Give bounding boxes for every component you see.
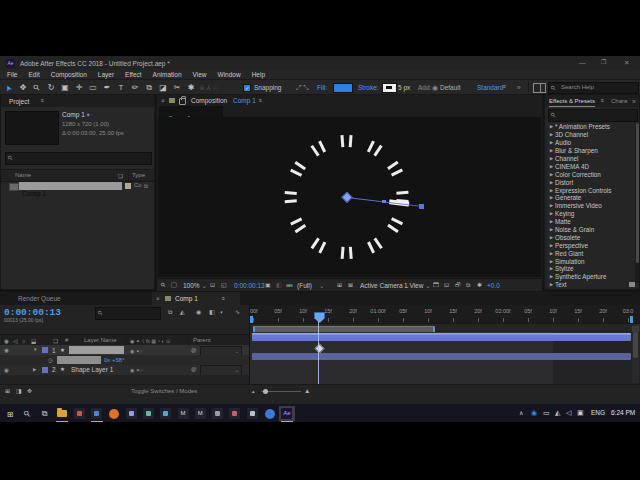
effect-category[interactable]: ▶Blur & Sharpen: [548, 147, 634, 155]
project-comp-name[interactable]: Comp 1 ▾: [62, 111, 90, 119]
fill-swatch[interactable]: [333, 83, 353, 93]
panel-close-icon[interactable]: ×: [161, 97, 165, 105]
text-tool-icon[interactable]: T: [114, 83, 128, 93]
camera-tool-icon[interactable]: ▣: [58, 83, 72, 93]
exposure-value[interactable]: +0.0: [487, 282, 500, 290]
timeline-search-input[interactable]: [106, 308, 157, 317]
add-icon[interactable]: ◉: [432, 84, 438, 91]
project-search-input[interactable]: [16, 153, 148, 162]
pick-whip-icon[interactable]: @: [191, 347, 197, 353]
workspace-bar-icon[interactable]: [533, 83, 546, 93]
effect-category[interactable]: ▶Noise & Grain: [548, 226, 634, 234]
expand-in-out-icon[interactable]: ⊞: [5, 388, 10, 394]
app-icon-snow[interactable]: [244, 406, 260, 421]
effect-category[interactable]: ▶Perspective: [548, 241, 634, 249]
stopwatch-icon[interactable]: ◷: [48, 357, 53, 363]
app-icon-red[interactable]: [71, 406, 87, 421]
app-icon-gray[interactable]: [210, 406, 226, 421]
action-center-icon[interactable]: ▣: [577, 409, 584, 417]
roto-brush-tool-icon[interactable]: ✂: [170, 83, 184, 93]
layer-name-cell[interactable]: Shape Layer 2: [69, 346, 124, 355]
view-end-bracket[interactable]: [630, 316, 633, 323]
disclosure-triangle-icon[interactable]: ▶: [548, 140, 555, 145]
effects-scrollbar-track[interactable]: [635, 123, 639, 283]
effect-category[interactable]: ▶Synthetic Aperture: [548, 273, 634, 281]
clock-time[interactable]: 6:24 PM: [611, 409, 635, 417]
eye-icon[interactable]: ◉: [4, 367, 9, 373]
graph-editor-icon[interactable]: ∿: [235, 309, 240, 315]
effects-scrollbar-thumb[interactable]: [636, 123, 639, 263]
menu-item-help[interactable]: Help: [252, 71, 265, 78]
toggle-switches-button[interactable]: Toggle Switches / Modes: [131, 388, 197, 395]
project-row-comp1[interactable]: Comp 1 Co ⧉: [1, 181, 154, 191]
pixel-aspect-icon[interactable]: 🗖: [433, 282, 439, 288]
effects-search-input[interactable]: [559, 110, 634, 119]
battery-icon[interactable]: ▭: [543, 409, 550, 417]
effect-category[interactable]: ▶Simulation: [548, 257, 634, 265]
target-icon[interactable]: ⊞: [337, 282, 342, 288]
hand-tool-icon[interactable]: ✥: [16, 83, 30, 93]
menu-item-file[interactable]: File: [7, 71, 17, 78]
disclosure-triangle-icon[interactable]: ▶: [548, 282, 555, 287]
pick-whip-icon[interactable]: @: [191, 366, 197, 372]
layer-bar-2[interactable]: [252, 353, 631, 360]
tab-project[interactable]: Project: [9, 98, 29, 106]
camera-dropdown[interactable]: Active Camera ⌄: [360, 282, 410, 290]
pan-behind-tool-icon[interactable]: ✛: [72, 83, 86, 93]
maximize-button[interactable]: ❐: [601, 59, 606, 66]
browser-icon[interactable]: [262, 406, 278, 421]
transparency-grid-icon[interactable]: ◱: [221, 282, 227, 288]
property-name-cell[interactable]: Rotation: [57, 356, 101, 364]
tray-expand-icon[interactable]: ∧: [519, 409, 523, 416]
comp-viewer-canvas[interactable]: [158, 117, 541, 277]
exposure-reset-icon[interactable]: ✱: [477, 282, 482, 288]
menu-item-edit[interactable]: Edit: [28, 71, 39, 78]
resolution-dropdown[interactable]: (Full) ⌄: [297, 282, 325, 290]
disclosure-triangle-icon[interactable]: ▶: [548, 211, 555, 216]
shape-tool-icon[interactable]: ▭: [86, 83, 100, 93]
eye-column-icon[interactable]: ◉: [4, 338, 9, 344]
snapping-checkbox[interactable]: ✓: [243, 84, 251, 92]
help-search-input[interactable]: [559, 83, 636, 91]
app-icon-m2[interactable]: M: [192, 406, 208, 421]
collapse-icon[interactable]: ▶: [33, 367, 36, 372]
column-layer-name[interactable]: Layer Name: [84, 337, 117, 344]
timeline-zoom-slider-knob[interactable]: [263, 389, 268, 394]
effect-category[interactable]: ▶* Animation Presets: [548, 123, 634, 131]
brush-tool-icon[interactable]: ✏: [128, 83, 142, 93]
expand-transfer-icon[interactable]: ✥: [27, 388, 32, 394]
effect-category[interactable]: ▶Immersive Video: [548, 202, 634, 210]
playhead-line[interactable]: [318, 321, 319, 384]
search-icon[interactable]: ⚲: [19, 406, 35, 421]
expand-render-time-icon[interactable]: ◨: [16, 388, 22, 394]
tab-character[interactable]: Chara: [611, 98, 627, 105]
disclosure-triangle-icon[interactable]: ▶: [548, 132, 555, 137]
stroke-label[interactable]: Stroke:: [358, 84, 379, 92]
view-layout-dropdown[interactable]: 1 View ⌄: [404, 282, 431, 290]
layer-switches[interactable]: ◉ ✦ ∕: [130, 367, 142, 373]
flowchart-button-icon[interactable]: ⧉: [466, 282, 470, 288]
lock-column-icon[interactable]: ⬓: [31, 338, 36, 344]
project-panel-menu-icon[interactable]: ≡: [41, 98, 44, 103]
tab-close-icon[interactable]: ×: [156, 295, 160, 303]
tab-effects-presets[interactable]: Effects & Presets: [549, 98, 595, 107]
app-icon-m1[interactable]: M: [175, 406, 191, 421]
disclosure-triangle-icon[interactable]: ▶: [548, 243, 555, 248]
eraser-tool-icon[interactable]: ◪: [156, 83, 170, 93]
shy-icon[interactable]: ◉: [196, 309, 201, 315]
app-icon-pr[interactable]: [123, 406, 139, 421]
puppet-pin-tool-icon[interactable]: ✱: [184, 83, 198, 93]
stroke-swatch[interactable]: [382, 83, 397, 93]
menu-item-window[interactable]: Window: [218, 71, 241, 78]
path-vertex-handle[interactable]: [382, 200, 386, 204]
label-column-icon[interactable]: ❏: [118, 173, 123, 179]
effect-category[interactable]: ▶Generate: [548, 194, 634, 202]
tab-render-queue[interactable]: Render Queue: [18, 295, 61, 303]
comp-panel-active-name[interactable]: Comp 1: [233, 97, 256, 105]
magnify-icon[interactable]: ⚲: [160, 281, 167, 288]
app-icon-blue2[interactable]: [158, 406, 174, 421]
layer-row-2[interactable]: ◉ ▶ 2 ★ Shape Layer 1 ◉ ✦ ∕ @ None ⌄: [0, 365, 249, 375]
project-row-label-swatch[interactable]: [125, 183, 131, 189]
motion-blur-icon[interactable]: ◐: [220, 309, 224, 315]
menu-item-composition[interactable]: Composition: [51, 71, 87, 78]
